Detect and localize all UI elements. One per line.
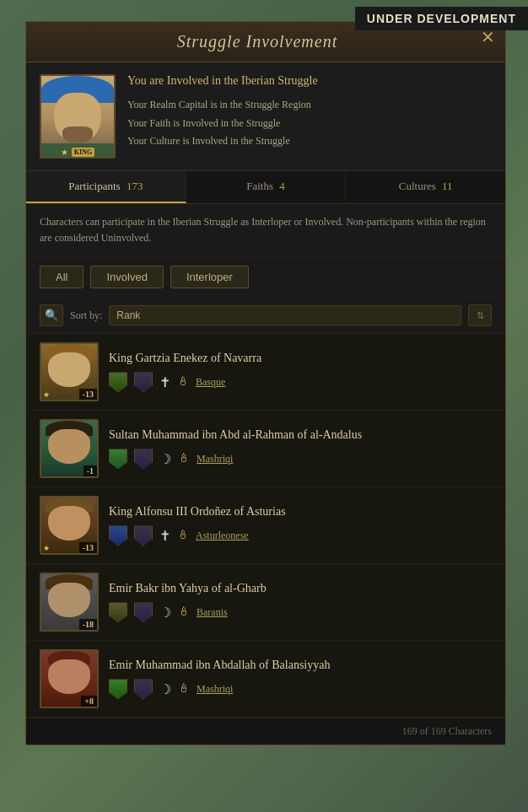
table-row[interactable]: -18 Emir Bakr ibn Yahya of al-Gharb ☽ 🕯 … bbox=[26, 564, 505, 641]
religion-icon-0: ✝ bbox=[159, 374, 170, 390]
culture-candle-icon-3: 🕯 bbox=[178, 605, 190, 619]
char-tags-0: ✝ 🕯 Basque bbox=[109, 372, 492, 392]
panel-title: Struggle Involvement bbox=[177, 32, 338, 51]
portrait-badge-4: +8 bbox=[81, 696, 97, 707]
table-row[interactable]: +8 Emir Muhammad ibn Abdallah of Balansi… bbox=[26, 641, 505, 718]
player-avatar: ★ KING bbox=[40, 74, 116, 159]
portrait-badge-1: -1 bbox=[84, 465, 97, 476]
coat-of-arms-icon bbox=[109, 602, 127, 622]
culture-name-4[interactable]: Mashriqi bbox=[197, 683, 233, 696]
culture-candle-icon-1: 🕯 bbox=[178, 452, 190, 465]
char-portrait-2: ★ -13 bbox=[40, 496, 99, 555]
portrait-star-icon: ★ bbox=[43, 544, 50, 552]
dynasty-shield-icon bbox=[134, 679, 153, 699]
filter-description: Characters can participate in the Iberia… bbox=[26, 204, 505, 257]
struggle-involvement-panel: Struggle Involvement ✕ ★ KING You are In… bbox=[25, 21, 506, 745]
coat-of-arms-icon bbox=[109, 372, 127, 392]
sort-label: Sort by: bbox=[70, 309, 102, 322]
coat-of-arms-icon bbox=[109, 449, 127, 469]
search-icon[interactable]: 🔍 bbox=[40, 304, 63, 326]
dev-banner: UNDER DEVELOPMENT bbox=[355, 7, 528, 30]
tab-faiths[interactable]: Faiths 4 bbox=[186, 171, 347, 203]
portrait-face bbox=[48, 506, 90, 540]
portrait-badge-0: -13 bbox=[79, 389, 97, 400]
close-button[interactable]: ✕ bbox=[481, 29, 495, 46]
char-name-0: King Gartzia Enekez of Navarra bbox=[109, 352, 492, 365]
portrait-badge-2: -13 bbox=[79, 542, 97, 553]
identity-section: ★ KING You are Involved in the Iberian S… bbox=[26, 62, 505, 171]
culture-name-2[interactable]: Asturleonese bbox=[196, 530, 249, 542]
tabs-row: Participants 173 Faiths 4 Cultures 11 bbox=[26, 171, 505, 204]
sort-row: 🔍 Sort by: Rank ⇅ bbox=[26, 298, 505, 334]
detail-line-2: Your Faith is Involved in the Struggle bbox=[127, 115, 492, 133]
tab-participants[interactable]: Participants 173 bbox=[26, 171, 186, 203]
char-info-2: King Alfonsu III Ordoñez of Asturias ✝ 🕯… bbox=[109, 505, 492, 546]
involved-title: You are Involved in the Iberian Struggle bbox=[127, 74, 492, 88]
table-row[interactable]: ★ -13 King Alfonsu III Ordoñez of Asturi… bbox=[26, 487, 505, 564]
rank-star-icon: ★ bbox=[61, 148, 68, 157]
portrait-badge-3: -18 bbox=[79, 619, 97, 630]
char-name-1: Sultan Muhammad ibn Abd al-Rahman of al-… bbox=[109, 428, 492, 442]
religion-icon-2: ✝ bbox=[159, 528, 170, 544]
detail-line-1: Your Realm Capital is in the Struggle Re… bbox=[127, 96, 492, 115]
tab-cultures[interactable]: Cultures 11 bbox=[346, 171, 505, 203]
characters-list: ★ -13 King Gartzia Enekez of Navarra ✝ 🕯… bbox=[26, 334, 505, 718]
coat-of-arms-icon bbox=[109, 525, 127, 546]
char-portrait-0: ★ -13 bbox=[40, 342, 99, 401]
religion-icon-1: ☽ bbox=[159, 451, 171, 467]
culture-name-1[interactable]: Mashriqi bbox=[197, 453, 233, 465]
dynasty-shield-icon bbox=[134, 449, 153, 469]
filter-involved-button[interactable]: Involved bbox=[90, 266, 163, 288]
char-info-4: Emir Muhammad ibn Abdallah of Balansiyya… bbox=[109, 659, 492, 699]
culture-candle-icon-0: 🕯 bbox=[177, 375, 189, 389]
identity-text: You are Involved in the Iberian Struggle… bbox=[127, 74, 492, 159]
char-name-3: Emir Bakr ibn Yahya of al-Gharb bbox=[109, 582, 492, 595]
char-info-0: King Gartzia Enekez of Navarra ✝ 🕯 Basqu… bbox=[109, 352, 492, 392]
dynasty-shield-icon bbox=[134, 602, 153, 622]
sort-order-icon[interactable]: ⇅ bbox=[468, 304, 492, 326]
avatar-beard bbox=[62, 126, 93, 143]
char-name-4: Emir Muhammad ibn Abdallah of Balansiyya… bbox=[109, 659, 492, 672]
portrait-star-icon: ★ bbox=[43, 390, 50, 399]
char-tags-4: ☽ 🕯 Mashriqi bbox=[109, 679, 492, 699]
avatar-face-inner bbox=[54, 93, 101, 143]
sort-dropdown[interactable]: Rank bbox=[109, 305, 461, 325]
detail-line-3: Your Culture is Involved in the Struggle bbox=[127, 132, 492, 151]
religion-icon-3: ☽ bbox=[159, 605, 171, 621]
portrait-face bbox=[48, 659, 90, 694]
panel-footer: 169 of 169 Characters bbox=[26, 718, 505, 745]
portrait-face bbox=[48, 583, 90, 617]
char-tags-3: ☽ 🕯 Baranis bbox=[109, 602, 492, 622]
char-info-3: Emir Bakr ibn Yahya of al-Gharb ☽ 🕯 Bara… bbox=[109, 582, 492, 622]
coat-of-arms-icon bbox=[109, 679, 127, 699]
dynasty-shield-icon bbox=[134, 372, 153, 392]
portrait-face bbox=[48, 352, 90, 387]
portrait-face bbox=[48, 429, 90, 464]
filter-interloper-button[interactable]: Interloper bbox=[170, 266, 249, 288]
character-count: 169 of 169 Characters bbox=[402, 725, 492, 737]
rank-badge: KING bbox=[72, 148, 94, 157]
char-info-1: Sultan Muhammad ibn Abd al-Rahman of al-… bbox=[109, 428, 492, 469]
char-tags-1: ☽ 🕯 Mashriqi bbox=[109, 449, 492, 469]
religion-icon-4: ☽ bbox=[159, 681, 171, 697]
char-name-2: King Alfonsu III Ordoñez of Asturias bbox=[109, 505, 492, 519]
filter-all-button[interactable]: All bbox=[40, 266, 84, 288]
culture-name-0[interactable]: Basque bbox=[196, 376, 225, 389]
char-portrait-1: -1 bbox=[40, 419, 99, 478]
table-row[interactable]: -1 Sultan Muhammad ibn Abd al-Rahman of … bbox=[26, 411, 505, 487]
char-portrait-4: +8 bbox=[40, 649, 99, 708]
avatar-bottom: ★ KING bbox=[41, 143, 114, 159]
table-row[interactable]: ★ -13 King Gartzia Enekez of Navarra ✝ 🕯… bbox=[26, 334, 505, 411]
char-portrait-3: -18 bbox=[40, 573, 99, 632]
dynasty-shield-icon bbox=[134, 525, 153, 546]
char-tags-2: ✝ 🕯 Asturleonese bbox=[109, 525, 492, 546]
culture-name-3[interactable]: Baranis bbox=[197, 606, 228, 619]
culture-candle-icon-4: 🕯 bbox=[178, 682, 190, 696]
culture-candle-icon-2: 🕯 bbox=[177, 529, 189, 542]
filter-buttons-row: All Involved Interloper bbox=[26, 257, 505, 298]
